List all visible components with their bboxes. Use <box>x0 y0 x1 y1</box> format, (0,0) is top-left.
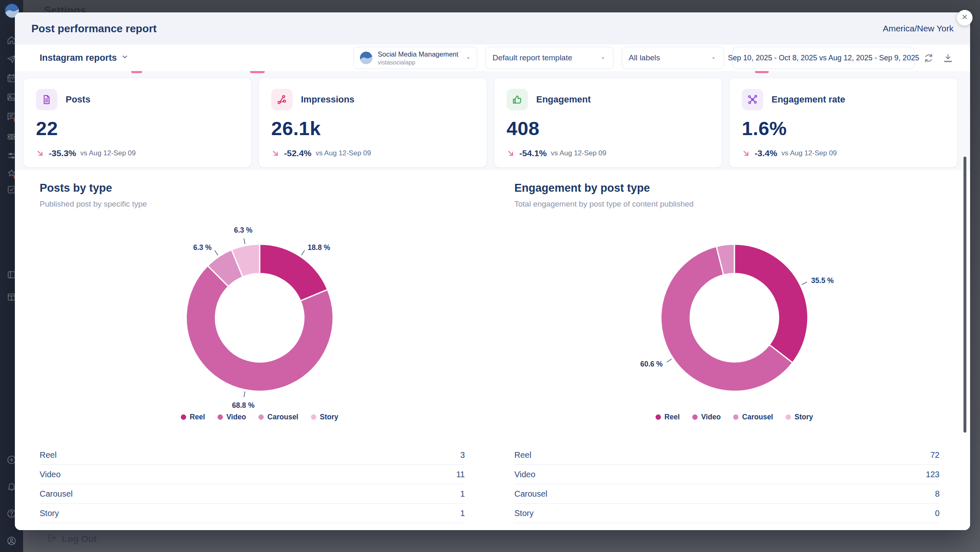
kpi-compare-label: vs Aug 12-Sep 09 <box>316 149 371 157</box>
caret-down-icon <box>710 55 717 62</box>
scrolled-tab-indicator <box>131 71 142 73</box>
report-template-select[interactable]: Default report template <box>485 47 613 69</box>
legend-dot <box>311 414 316 420</box>
legend-item-video[interactable]: Video <box>692 413 721 421</box>
thumbs-up-icon <box>507 89 528 110</box>
profile-handle: vistasocialapp <box>378 59 461 66</box>
label-connector <box>244 392 245 397</box>
arrow-down-right-icon <box>271 149 280 158</box>
percent-label: 18.8 % <box>308 243 330 252</box>
donut-slice-reel <box>260 244 327 301</box>
legend-item-carousel[interactable]: Carousel <box>733 413 773 421</box>
filter-bar: Instagram reports Social Media Managemen… <box>15 45 970 71</box>
section-title: Engagement by post type <box>514 182 954 195</box>
kpi-delta: -52.4% <box>284 148 312 158</box>
profile-selector[interactable]: Social Media Management Too vistasociala… <box>353 47 477 69</box>
modal-header: Post performance report America/New York <box>15 12 970 45</box>
legend-label: Carousel <box>267 413 298 421</box>
document-icon <box>36 89 57 110</box>
section-title: Posts by type <box>40 182 479 195</box>
share-nodes-icon <box>276 94 288 105</box>
arrow-down-right-icon <box>742 149 750 158</box>
kpi-label: Engagement <box>536 94 591 105</box>
row-label: Carousel <box>514 489 547 499</box>
row-value: 0 <box>935 509 940 518</box>
logout-label: Log Out <box>62 534 97 545</box>
arrow-down-right-icon <box>36 149 45 158</box>
trend-down-arrow-icon <box>271 149 280 158</box>
row-label: Reel <box>40 450 57 460</box>
legend-item-carousel[interactable]: Carousel <box>258 413 298 421</box>
table-row-video: Video11 <box>40 465 465 484</box>
report-type-selector[interactable]: Instagram reports <box>40 52 129 63</box>
table-row-reel: Reel3 <box>40 445 465 465</box>
refresh-button[interactable] <box>923 52 934 64</box>
legend-dot <box>733 414 739 420</box>
legend-item-reel[interactable]: Reel <box>181 413 205 421</box>
labels-value: All labels <box>629 53 660 62</box>
kpi-value: 26.1k <box>271 117 474 140</box>
legend-label: Reel <box>665 413 680 421</box>
close-icon <box>961 13 969 23</box>
table-row-carousel: Carousel8 <box>514 484 940 504</box>
row-label: Story <box>40 509 59 518</box>
label-connector <box>215 250 218 255</box>
thumbs-up-icon <box>511 94 523 105</box>
row-label: Video <box>514 470 535 479</box>
kpi-compare-label: vs Aug 12-Sep 09 <box>80 149 136 157</box>
row-value: 123 <box>926 470 940 479</box>
percent-label: 68.8 % <box>232 401 254 409</box>
section-subtitle: Total engagement by post type of content… <box>514 200 954 209</box>
kpi-delta: -3.4% <box>755 148 777 158</box>
row-label: Reel <box>514 450 531 460</box>
section-subtitle: Published post by specific type <box>40 200 479 209</box>
date-range-picker[interactable]: Sep 10, 2025 - Oct 8, 2025 vs Aug 12, 20… <box>732 47 915 69</box>
legend-dot <box>692 414 698 420</box>
trend-down-arrow-icon <box>36 149 45 158</box>
legend-dot <box>218 414 223 420</box>
caret-down-icon <box>599 55 606 62</box>
table-row-reel: Reel72 <box>514 445 940 465</box>
caret-down-icon <box>710 55 717 62</box>
close-button[interactable] <box>957 10 973 26</box>
kpi-value: 22 <box>36 117 239 140</box>
legend-item-video[interactable]: Video <box>218 413 246 421</box>
kpi-label: Posts <box>66 94 90 105</box>
labels-select[interactable]: All labels <box>622 47 724 69</box>
scrolled-tab-indicator <box>250 71 265 73</box>
legend-item-story[interactable]: Story <box>311 413 339 421</box>
profile-name: Social Media Management Too <box>378 50 461 58</box>
download-button[interactable] <box>942 52 954 64</box>
caret-down-icon <box>465 55 472 62</box>
row-label: Video <box>40 470 61 479</box>
legend-label: Video <box>701 413 721 421</box>
kpi-strip: Posts22-35.3%vs Aug 12-Sep 09Impressions… <box>15 71 970 170</box>
row-value: 3 <box>460 450 465 460</box>
modal-scrollbar[interactable] <box>963 157 966 433</box>
table-row-video: Video123 <box>514 465 940 484</box>
percent-label: 6.3 % <box>234 226 252 234</box>
legend-label: Carousel <box>742 413 773 421</box>
caret-down-icon <box>465 55 472 62</box>
modal-title: Post performance report <box>31 22 156 35</box>
caret-down-icon <box>599 55 606 62</box>
close-icon <box>961 13 969 21</box>
legend-item-reel[interactable]: Reel <box>656 413 680 421</box>
legend-label: Story <box>795 413 813 421</box>
chevron-down-icon <box>121 52 129 63</box>
sidebar-item-user-circle[interactable] <box>6 535 17 546</box>
document-icon <box>41 94 52 105</box>
date-range-value: Sep 10, 2025 - Oct 8, 2025 vs Aug 12, 20… <box>728 54 919 62</box>
kpi-delta: -35.3% <box>49 148 76 158</box>
refresh-icon <box>923 52 934 64</box>
chevron-down-icon <box>121 53 129 61</box>
row-value: 11 <box>456 470 465 479</box>
posts-by-type-section: Posts by type Published post by specific… <box>40 182 479 421</box>
download-icon <box>942 52 954 64</box>
logout-button[interactable]: Log Out <box>46 533 97 546</box>
legend-item-story[interactable]: Story <box>786 413 813 421</box>
legend-label: Reel <box>190 413 205 421</box>
report-content: Posts22-35.3%vs Aug 12-Sep 09Impressions… <box>15 71 970 530</box>
trend-down-arrow-icon <box>742 149 750 158</box>
logout-icon <box>46 533 57 546</box>
